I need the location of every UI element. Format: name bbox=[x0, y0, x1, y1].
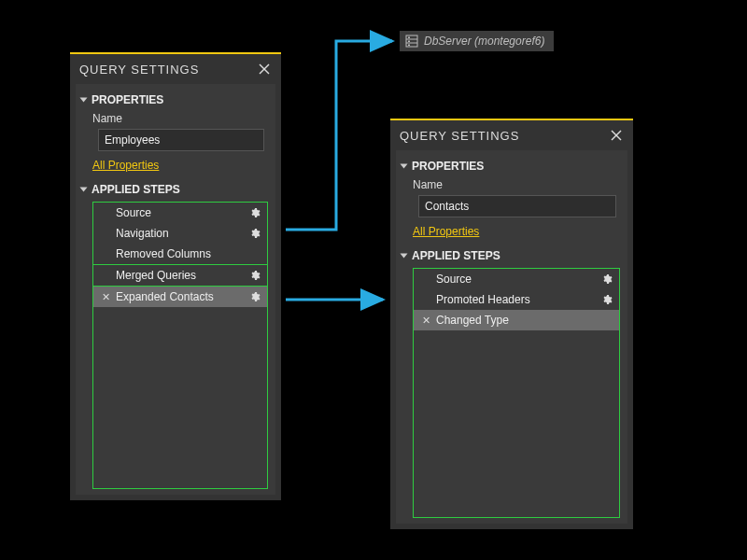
step-label: Promoted Headers bbox=[432, 293, 600, 306]
step-row[interactable]: Merged Queries bbox=[93, 265, 267, 286]
properties-header-label: PROPERTIES bbox=[412, 160, 484, 173]
name-field-label: Name bbox=[81, 110, 270, 127]
step-label: Expanded Contacts bbox=[112, 290, 248, 303]
step-row[interactable]: Removed Columns bbox=[93, 244, 267, 264]
step-settings-button[interactable] bbox=[600, 293, 613, 306]
caret-down-icon bbox=[401, 254, 408, 259]
close-icon bbox=[611, 130, 622, 141]
database-icon bbox=[405, 35, 418, 48]
svg-rect-4 bbox=[408, 41, 410, 43]
step-settings-button[interactable] bbox=[248, 227, 261, 240]
gear-icon bbox=[601, 273, 613, 285]
step-label: Source bbox=[432, 273, 600, 286]
gear-icon bbox=[249, 291, 261, 302]
caret-down-icon bbox=[401, 164, 408, 169]
properties-header-label: PROPERTIES bbox=[92, 93, 163, 106]
step-label: Removed Columns bbox=[112, 247, 261, 260]
applied-steps-list: SourceNavigationRemoved ColumnsMerged Qu… bbox=[92, 202, 268, 489]
gear-icon bbox=[249, 207, 261, 218]
all-properties-link[interactable]: All Properties bbox=[402, 221, 622, 245]
db-server-label: DbServer (montegoref6) bbox=[424, 35, 544, 48]
step-row[interactable]: Source bbox=[414, 269, 619, 289]
name-input[interactable] bbox=[418, 195, 616, 217]
panel-titlebar: QUERY SETTINGS bbox=[70, 54, 281, 84]
close-icon bbox=[259, 63, 270, 75]
properties-section-header[interactable]: PROPERTIES bbox=[81, 90, 270, 110]
caret-down-icon bbox=[80, 98, 88, 103]
step-label: Source bbox=[112, 206, 248, 219]
step-row[interactable]: Navigation bbox=[93, 223, 267, 244]
panel-titlebar: QUERY SETTINGS bbox=[390, 120, 633, 150]
name-field-label: Name bbox=[402, 176, 622, 193]
caret-down-icon bbox=[80, 188, 88, 192]
applied-steps-header-label: APPLIED STEPS bbox=[92, 183, 180, 196]
svg-rect-3 bbox=[408, 37, 410, 39]
step-label: Changed Type bbox=[432, 314, 613, 327]
delete-step-icon[interactable]: ✕ bbox=[419, 315, 432, 327]
step-row[interactable]: Promoted Headers bbox=[414, 289, 619, 310]
gear-icon bbox=[601, 294, 613, 305]
applied-steps-section-header[interactable]: APPLIED STEPS bbox=[402, 245, 622, 266]
step-settings-button[interactable] bbox=[600, 273, 613, 286]
applied-steps-list: SourcePromoted Headers✕Changed Type bbox=[413, 268, 620, 518]
applied-steps-section-header[interactable]: APPLIED STEPS bbox=[81, 179, 270, 200]
step-settings-button[interactable] bbox=[248, 290, 261, 303]
step-label: Merged Queries bbox=[112, 269, 248, 282]
close-button[interactable] bbox=[609, 128, 624, 143]
panel-title: QUERY SETTINGS bbox=[400, 129, 519, 143]
gear-icon bbox=[249, 270, 261, 281]
close-button[interactable] bbox=[257, 62, 272, 77]
all-properties-link[interactable]: All Properties bbox=[81, 155, 270, 179]
step-row[interactable]: Source bbox=[93, 203, 267, 223]
step-settings-button[interactable] bbox=[248, 269, 261, 282]
db-server-pill[interactable]: DbServer (montegoref6) bbox=[400, 31, 554, 51]
query-settings-panel-left: QUERY SETTINGS PROPERTIES Name All Prope… bbox=[70, 52, 281, 500]
panel-title: QUERY SETTINGS bbox=[79, 63, 199, 77]
svg-rect-5 bbox=[408, 45, 410, 47]
properties-section-header[interactable]: PROPERTIES bbox=[402, 156, 622, 176]
gear-icon bbox=[249, 228, 261, 239]
name-input[interactable] bbox=[98, 129, 264, 151]
step-row[interactable]: ✕Changed Type bbox=[414, 310, 619, 330]
applied-steps-header-label: APPLIED STEPS bbox=[412, 249, 500, 262]
step-label: Navigation bbox=[112, 227, 248, 240]
query-settings-panel-right: QUERY SETTINGS PROPERTIES Name All Prope… bbox=[390, 119, 633, 529]
step-settings-button[interactable] bbox=[248, 206, 261, 219]
panel-body: PROPERTIES Name All Properties APPLIED S… bbox=[76, 84, 275, 495]
svg-rect-0 bbox=[406, 35, 417, 47]
step-row[interactable]: ✕Expanded Contacts bbox=[93, 287, 267, 307]
delete-step-icon[interactable]: ✕ bbox=[99, 291, 112, 303]
panel-body: PROPERTIES Name All Properties APPLIED S… bbox=[396, 150, 627, 524]
